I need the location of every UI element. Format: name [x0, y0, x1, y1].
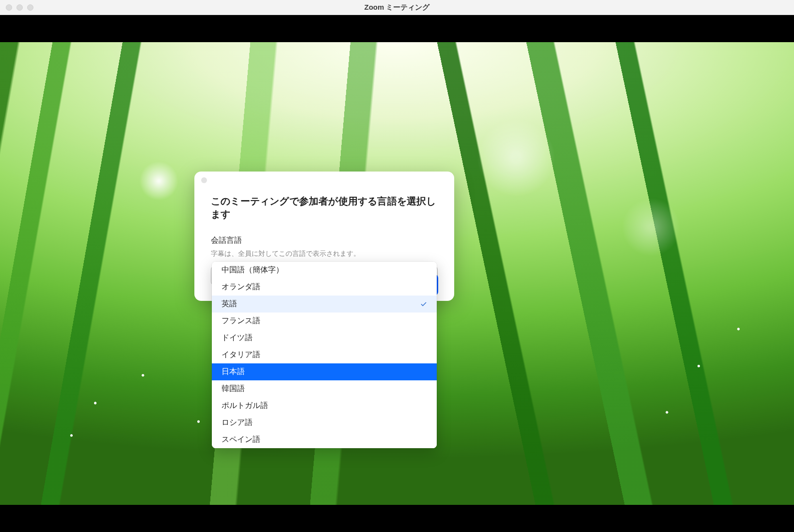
check-icon: [420, 301, 427, 308]
language-option[interactable]: 中国語（簡体字）: [212, 262, 437, 279]
app-window: Zoom ミーティング このミーティングで参加者が使用する言語を選択します 会話…: [0, 0, 794, 532]
minimize-window-button[interactable]: [16, 4, 23, 11]
language-option-label: 日本語: [222, 367, 245, 377]
language-option-label: ポルトガル語: [222, 401, 268, 411]
dialog-field-label: 会話言語: [194, 221, 454, 246]
letterbox-top: [0, 15, 794, 42]
language-option-label: 韓国語: [222, 384, 245, 394]
language-option[interactable]: 韓国語: [212, 380, 437, 397]
language-option-label: ドイツ語: [222, 333, 253, 343]
meeting-video-area: このミーティングで参加者が使用する言語を選択します 会話言語 字幕は、全員に対し…: [0, 15, 794, 532]
language-option[interactable]: オランダ語: [212, 279, 437, 296]
titlebar: Zoom ミーティング: [0, 0, 794, 15]
dialog-field-sub: 字幕は、全員に対してこの言語で表示されます。: [194, 246, 454, 258]
language-option-label: 英語: [222, 299, 237, 309]
letterbox-bottom: [0, 505, 794, 532]
language-option[interactable]: 英語: [212, 296, 437, 313]
language-option[interactable]: 日本語: [212, 363, 437, 380]
language-option-label: オランダ語: [222, 282, 260, 292]
dialog-close-dot[interactable]: [201, 177, 207, 183]
language-dropdown[interactable]: 中国語（簡体字）オランダ語英語フランス語ドイツ語イタリア語日本語韓国語ポルトガル…: [212, 262, 437, 448]
language-option[interactable]: ロシア語: [212, 414, 437, 431]
window-controls: [0, 4, 33, 11]
language-option-label: ロシア語: [222, 418, 253, 428]
language-option[interactable]: フランス語: [212, 313, 437, 329]
language-option-label: フランス語: [222, 316, 260, 326]
language-option-label: スペイン語: [222, 435, 260, 445]
zoom-window-button[interactable]: [27, 4, 33, 11]
close-window-button[interactable]: [6, 4, 12, 11]
language-option[interactable]: ドイツ語: [212, 329, 437, 346]
dialog-title: このミーティングで参加者が使用する言語を選択します: [194, 172, 454, 221]
language-option[interactable]: ポルトガル語: [212, 397, 437, 414]
language-option[interactable]: イタリア語: [212, 346, 437, 363]
language-option-label: イタリア語: [222, 350, 260, 360]
language-option-label: 中国語（簡体字）: [222, 265, 284, 275]
window-title: Zoom ミーティング: [0, 3, 794, 12]
language-option[interactable]: スペイン語: [212, 431, 437, 448]
